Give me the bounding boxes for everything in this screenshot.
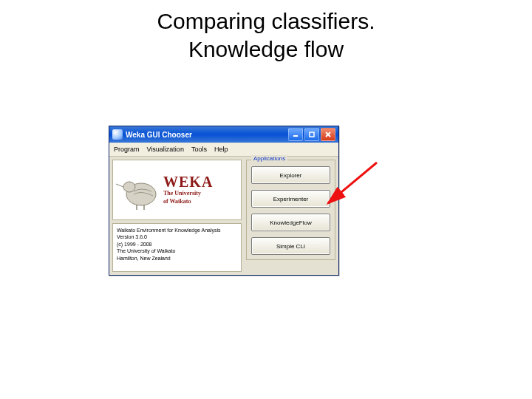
svg-point-5 xyxy=(123,182,135,192)
right-column: Applications Explorer Experimenter Knowl… xyxy=(246,160,335,272)
brand-block: WEKA The University of Waikato xyxy=(163,174,238,205)
maximize-icon xyxy=(308,131,316,138)
applications-legend: Applications xyxy=(251,155,287,162)
about-panel: Waikato Environment for Knowledge Analys… xyxy=(112,223,242,272)
brand-sub2: of Waikato xyxy=(163,199,238,205)
slide-title-line2: Knowledge flow xyxy=(188,37,344,61)
menu-help[interactable]: Help xyxy=(214,143,228,156)
menu-tools[interactable]: Tools xyxy=(191,143,207,156)
minimize-icon xyxy=(292,131,299,138)
about-line3: (c) 1999 - 2008 xyxy=(117,241,237,248)
client-area: WEKA The University of Waikato Waikato E… xyxy=(109,157,338,275)
logo-panel: WEKA The University of Waikato xyxy=(112,160,242,220)
about-line1: Waikato Environment for Knowledge Analys… xyxy=(117,227,237,233)
about-line4: The University of Waikato xyxy=(117,248,237,254)
titlebar-buttons xyxy=(288,128,335,141)
close-icon xyxy=(324,131,332,138)
weka-gui-chooser-window: Weka GUI Chooser Program Visualization T… xyxy=(109,126,339,276)
svg-rect-1 xyxy=(310,132,314,137)
brand-name: WEKA xyxy=(163,174,238,189)
weka-bird-icon xyxy=(116,169,160,211)
brand-sub1: The University xyxy=(163,191,238,197)
explorer-button[interactable]: Explorer xyxy=(251,166,330,184)
slide-title: Comparing classifiers. Knowledge flow xyxy=(0,7,532,63)
applications-group: Applications Explorer Experimenter Knowl… xyxy=(246,160,335,260)
maximize-button[interactable] xyxy=(304,128,319,141)
left-column: WEKA The University of Waikato Waikato E… xyxy=(112,160,242,272)
about-line2: Version 3.6.0 xyxy=(117,233,237,240)
menubar: Program Visualization Tools Help xyxy=(109,143,338,157)
menu-visualization[interactable]: Visualization xyxy=(147,143,184,156)
experimenter-button[interactable]: Experimenter xyxy=(251,190,330,208)
menu-program[interactable]: Program xyxy=(114,143,140,156)
minimize-button[interactable] xyxy=(288,128,303,141)
close-button[interactable] xyxy=(321,128,335,141)
window-title: Weka GUI Chooser xyxy=(126,131,285,139)
app-icon xyxy=(112,129,123,140)
titlebar: Weka GUI Chooser xyxy=(109,126,338,143)
simplecli-button[interactable]: Simple CLI xyxy=(251,237,330,255)
about-line5: Hamilton, New Zealand xyxy=(117,255,237,262)
slide-title-line1: Comparing classifiers. xyxy=(157,9,375,33)
knowledgeflow-button[interactable]: KnowledgeFlow xyxy=(251,214,330,231)
